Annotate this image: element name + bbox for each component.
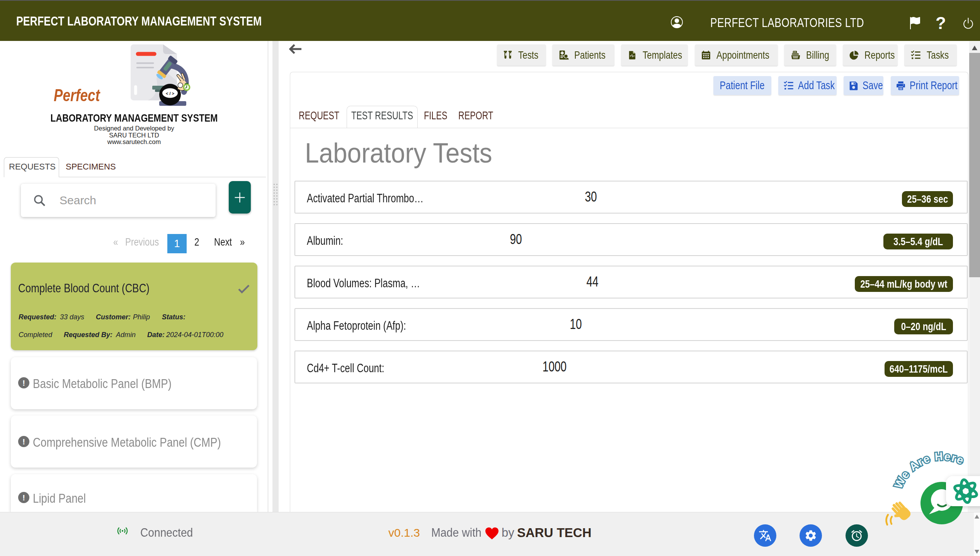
svg-text:< / >: < / > — [166, 91, 174, 96]
